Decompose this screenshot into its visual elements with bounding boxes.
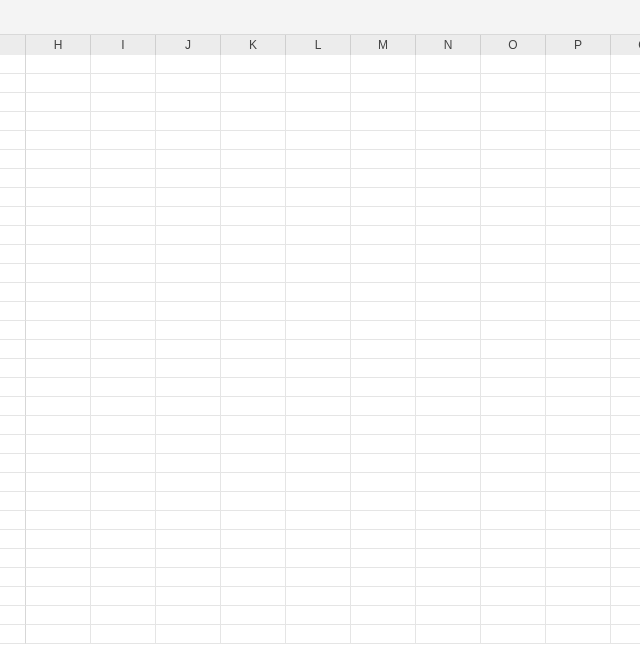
cell[interactable] xyxy=(611,549,640,568)
cell[interactable] xyxy=(91,131,156,150)
col-header-p[interactable]: P xyxy=(546,35,611,55)
cell[interactable] xyxy=(221,625,286,644)
cell[interactable] xyxy=(351,226,416,245)
cell[interactable] xyxy=(91,625,156,644)
cell[interactable] xyxy=(416,131,481,150)
cell[interactable] xyxy=(286,264,351,283)
cell[interactable] xyxy=(546,169,611,188)
cell[interactable] xyxy=(546,397,611,416)
cell[interactable] xyxy=(26,454,91,473)
cell[interactable] xyxy=(156,454,221,473)
cell[interactable] xyxy=(416,264,481,283)
cell[interactable] xyxy=(26,131,91,150)
cell[interactable] xyxy=(546,283,611,302)
cell[interactable] xyxy=(156,473,221,492)
cell[interactable] xyxy=(221,264,286,283)
cell[interactable] xyxy=(221,492,286,511)
cell[interactable] xyxy=(481,226,546,245)
cell[interactable] xyxy=(91,188,156,207)
cell[interactable] xyxy=(546,511,611,530)
cell[interactable] xyxy=(286,587,351,606)
cell[interactable] xyxy=(26,378,91,397)
cell[interactable] xyxy=(611,606,640,625)
cell[interactable] xyxy=(286,150,351,169)
cell[interactable] xyxy=(351,492,416,511)
cell[interactable] xyxy=(481,492,546,511)
cell[interactable] xyxy=(91,473,156,492)
cell[interactable] xyxy=(546,207,611,226)
cell[interactable] xyxy=(416,378,481,397)
cell[interactable] xyxy=(286,112,351,131)
cell[interactable] xyxy=(351,321,416,340)
cell[interactable] xyxy=(416,606,481,625)
cell[interactable] xyxy=(286,625,351,644)
cell[interactable] xyxy=(91,340,156,359)
cell[interactable] xyxy=(156,378,221,397)
cell[interactable] xyxy=(351,416,416,435)
cell[interactable] xyxy=(286,454,351,473)
cell[interactable] xyxy=(156,530,221,549)
cell[interactable] xyxy=(221,93,286,112)
cell[interactable] xyxy=(26,74,91,93)
cell[interactable] xyxy=(481,359,546,378)
cell[interactable] xyxy=(26,283,91,302)
cell[interactable] xyxy=(481,397,546,416)
cell[interactable] xyxy=(416,625,481,644)
cell[interactable] xyxy=(351,473,416,492)
cell[interactable] xyxy=(611,150,640,169)
cell[interactable] xyxy=(416,359,481,378)
cell[interactable] xyxy=(351,625,416,644)
cell[interactable] xyxy=(351,568,416,587)
cell[interactable] xyxy=(156,55,221,74)
cell[interactable] xyxy=(481,530,546,549)
cell[interactable] xyxy=(286,359,351,378)
cell[interactable] xyxy=(611,169,640,188)
cell[interactable] xyxy=(416,169,481,188)
cell[interactable] xyxy=(481,511,546,530)
cell[interactable] xyxy=(351,74,416,93)
cell[interactable] xyxy=(91,169,156,188)
cell[interactable] xyxy=(221,321,286,340)
cell[interactable] xyxy=(351,131,416,150)
cell[interactable] xyxy=(91,511,156,530)
cell[interactable] xyxy=(221,226,286,245)
cell[interactable] xyxy=(416,207,481,226)
cell[interactable] xyxy=(351,606,416,625)
cell[interactable] xyxy=(156,625,221,644)
cell[interactable] xyxy=(481,568,546,587)
cell[interactable] xyxy=(351,340,416,359)
cell[interactable] xyxy=(351,359,416,378)
cell[interactable] xyxy=(416,435,481,454)
cell[interactable] xyxy=(286,74,351,93)
cell[interactable] xyxy=(26,93,91,112)
cell[interactable] xyxy=(416,511,481,530)
cell[interactable] xyxy=(286,606,351,625)
cell[interactable] xyxy=(416,340,481,359)
cell[interactable] xyxy=(546,530,611,549)
cell[interactable] xyxy=(416,245,481,264)
cell[interactable] xyxy=(221,549,286,568)
cell[interactable] xyxy=(156,568,221,587)
cell[interactable] xyxy=(481,283,546,302)
cell[interactable] xyxy=(91,568,156,587)
cell[interactable] xyxy=(26,397,91,416)
cell[interactable] xyxy=(156,150,221,169)
col-header-m[interactable]: M xyxy=(351,35,416,55)
cell[interactable] xyxy=(156,93,221,112)
cell[interactable] xyxy=(481,416,546,435)
cell[interactable] xyxy=(546,625,611,644)
cell[interactable] xyxy=(221,473,286,492)
cell[interactable] xyxy=(286,93,351,112)
cell[interactable] xyxy=(546,606,611,625)
cell[interactable] xyxy=(286,378,351,397)
cell[interactable] xyxy=(26,606,91,625)
cell[interactable] xyxy=(156,416,221,435)
cell[interactable] xyxy=(26,416,91,435)
cell[interactable] xyxy=(91,321,156,340)
cell[interactable] xyxy=(611,245,640,264)
cell[interactable] xyxy=(221,587,286,606)
cell[interactable] xyxy=(611,340,640,359)
cell[interactable] xyxy=(351,188,416,207)
cell[interactable] xyxy=(481,207,546,226)
cell[interactable] xyxy=(156,283,221,302)
